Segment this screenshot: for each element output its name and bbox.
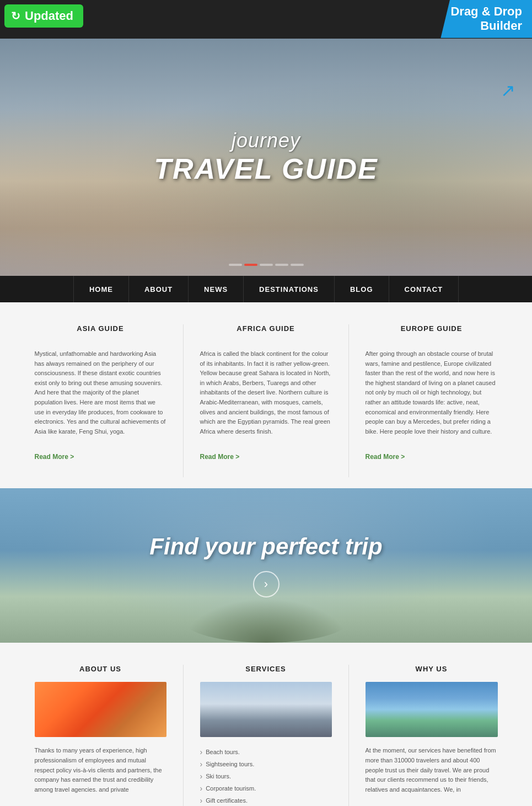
slider-dot-5[interactable] — [291, 264, 304, 266]
hero-section: journey TRAVEL GUIDE — [0, 39, 532, 276]
drag-drop-arrow-icon: ↗ — [501, 80, 515, 101]
find-trip-banner: Find your perfect trip › — [0, 488, 532, 643]
hero-title: TRAVEL GUIDE — [154, 152, 378, 185]
slider-dot-2[interactable] — [244, 264, 257, 266]
asia-guide-text: Mystical, unfathomable and hardworking A… — [35, 349, 166, 436]
main-navbar: HOME ABOUT NEWS DESTINATIONS BLOG CONTAC… — [0, 276, 532, 302]
services-list: Beach tours. Sightseeing tours. Ski tour… — [200, 746, 332, 806]
nav-item-destinations[interactable]: DESTINATIONS — [244, 276, 335, 302]
why-image — [366, 682, 498, 737]
drag-drop-label: Drag & DropBuilder — [450, 4, 522, 33]
hero-slider-dots — [229, 264, 304, 266]
why-text: At the moment, our services have benefit… — [366, 746, 498, 794]
hero-content: journey TRAVEL GUIDE — [154, 129, 378, 185]
nav-item-blog[interactable]: BLOG — [335, 276, 389, 302]
europe-guide-title: EUROPE GUIDE — [366, 324, 498, 333]
find-trip-text: Find your perfect trip — [149, 533, 382, 560]
services-image — [200, 682, 332, 737]
updated-badge: ↻ Updated — [4, 4, 83, 28]
drag-drop-badge: Drag & DropBuilder — [440, 0, 532, 38]
about-title: ABOUT US — [35, 665, 166, 673]
service-item-1: Beach tours. — [200, 746, 332, 758]
slider-dot-4[interactable] — [275, 264, 288, 266]
about-image — [35, 682, 166, 737]
find-trip-button[interactable]: › — [253, 571, 280, 597]
nav-item-about[interactable]: ABOUT — [129, 276, 189, 302]
guides-grid: ASIA GUIDE Mystical, unfathomable and ha… — [18, 324, 514, 477]
service-item-4: Corporate tourism. — [200, 782, 332, 794]
africa-guide-col: AFRICA GUIDE Africa is called the black … — [184, 324, 349, 477]
slider-dot-3[interactable] — [260, 264, 273, 266]
service-item-2: Sightseeing tours. — [200, 758, 332, 770]
chevron-right-icon: › — [264, 577, 268, 591]
service-item-5: Gift certificates. — [200, 794, 332, 806]
refresh-icon: ↻ — [11, 9, 20, 23]
asia-guide-title: ASIA GUIDE — [35, 324, 166, 333]
africa-guide-text: Africa is called the black continent for… — [200, 349, 332, 436]
services-col: SERVICES Beach tours. Sightseeing tours.… — [184, 665, 349, 806]
why-title: WHY US — [366, 665, 498, 673]
about-col: ABOUT US Thanks to many years of experie… — [18, 665, 184, 806]
europe-guide-text: After going through an obstacle course o… — [366, 349, 498, 436]
asia-read-more[interactable]: Read More > — [35, 453, 74, 461]
top-badges-bar: ↻ Updated Drag & DropBuilder — [0, 0, 532, 39]
bottom-section: ABOUT US Thanks to many years of experie… — [0, 643, 532, 806]
why-col: WHY US At the moment, our services have … — [349, 665, 514, 806]
services-title: SERVICES — [200, 665, 332, 673]
asia-guide-col: ASIA GUIDE Mystical, unfathomable and ha… — [18, 324, 184, 477]
europe-guide-col: EUROPE GUIDE After going through an obst… — [349, 324, 514, 477]
africa-guide-title: AFRICA GUIDE — [200, 324, 332, 333]
hero-landscape-overlay — [0, 188, 532, 276]
island-silhouette — [184, 599, 349, 643]
about-text: Thanks to many years of experience, high… — [35, 746, 166, 794]
service-item-3: Ski tours. — [200, 770, 332, 782]
bottom-grid: ABOUT US Thanks to many years of experie… — [18, 665, 514, 806]
slider-dot-1[interactable] — [229, 264, 242, 266]
nav-item-news[interactable]: NEWS — [189, 276, 244, 302]
guides-section: ASIA GUIDE Mystical, unfathomable and ha… — [0, 302, 532, 488]
hero-subtitle: journey — [154, 129, 378, 152]
updated-label: Updated — [25, 9, 73, 23]
africa-read-more[interactable]: Read More > — [200, 453, 240, 461]
nav-item-home[interactable]: HOME — [73, 276, 129, 302]
europe-read-more[interactable]: Read More > — [366, 453, 405, 461]
nav-item-contact[interactable]: CONTACT — [389, 276, 459, 302]
